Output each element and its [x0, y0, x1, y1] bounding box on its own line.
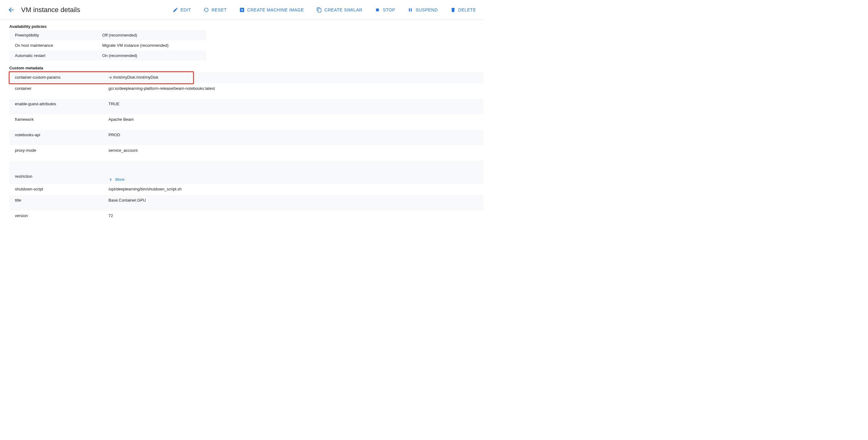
- policy-row-automatic-restart: Automatic restart On (recommended): [9, 50, 207, 61]
- metadata-value: Apache Beam: [108, 117, 484, 122]
- suspend-button[interactable]: SUSPEND: [407, 7, 438, 13]
- policy-value: Off (recommended): [102, 33, 207, 37]
- policy-key: Automatic restart: [9, 53, 102, 58]
- metadata-row-container-custom-params: container-custom-params -v /mnt/myDisk:/…: [9, 72, 484, 83]
- copy-icon: [316, 7, 322, 13]
- metadata-value: -v /mnt/myDisk:/mnt/myDisk: [108, 75, 484, 79]
- metadata-row-container: container gcr.io/deeplearning-platform-r…: [9, 83, 484, 99]
- policy-row-on-host-maintenance: On host maintenance Migrate VM instance …: [9, 40, 207, 50]
- reset-button[interactable]: RESET: [203, 7, 226, 13]
- policy-key: Preemptibility: [9, 33, 102, 37]
- metadata-value: TRUE: [108, 102, 484, 106]
- metadata-key: shutdown-script: [9, 187, 108, 191]
- metadata-key: title: [9, 198, 108, 203]
- policy-value: On (recommended): [102, 53, 207, 58]
- more-link[interactable]: More: [108, 177, 484, 182]
- metadata-value: /opt/deeplearning/bin/shutdown_script.sh: [108, 187, 484, 191]
- metadata-row-framework: framework Apache Beam: [9, 114, 484, 130]
- metadata-key: container: [9, 86, 108, 91]
- metadata-value: 72: [108, 213, 484, 218]
- action-bar: EDIT RESET CREATE MACHINE IMAGE CREATE S…: [173, 7, 476, 13]
- metadata-key: proxy-mode: [9, 148, 108, 153]
- metadata-key: container-custom-params: [9, 75, 108, 79]
- metadata-key: restriction: [9, 164, 108, 182]
- reset-icon: [203, 7, 209, 13]
- metadata-row-shutdown-script: shutdown-script /opt/deeplearning/bin/sh…: [9, 184, 484, 195]
- custom-metadata-table: container-custom-params -v /mnt/myDisk:/…: [9, 72, 484, 222]
- suspend-label: SUSPEND: [415, 7, 438, 12]
- metadata-key: notebooks-api: [9, 133, 108, 137]
- metadata-value: service_account: [108, 148, 484, 153]
- delete-label: DELETE: [458, 7, 476, 12]
- pencil-icon: [173, 7, 178, 13]
- metadata-key: framework: [9, 117, 108, 122]
- metadata-row-proxy-mode: proxy-mode service_account: [9, 145, 484, 161]
- pause-icon: [407, 7, 413, 13]
- page-title: VM instance details: [21, 6, 80, 14]
- metadata-row-restriction: restriction More: [9, 161, 484, 184]
- availability-policies-heading: Availability policies: [9, 24, 484, 29]
- create-machine-image-button[interactable]: CREATE MACHINE IMAGE: [239, 7, 304, 13]
- expand-icon: [108, 177, 113, 182]
- metadata-value: PROD: [108, 133, 484, 137]
- content: Availability policies Preemptibility Off…: [0, 20, 484, 222]
- create-similar-button[interactable]: CREATE SIMILAR: [316, 7, 363, 13]
- back-button[interactable]: [7, 6, 15, 13]
- stop-button[interactable]: STOP: [375, 7, 395, 13]
- metadata-row-version: version 72: [9, 210, 484, 222]
- more-label: More: [115, 177, 125, 182]
- metadata-key: version: [9, 213, 108, 218]
- policy-key: On host maintenance: [9, 43, 102, 48]
- create-similar-label: CREATE SIMILAR: [324, 7, 363, 12]
- reset-label: RESET: [211, 7, 226, 12]
- delete-button[interactable]: DELETE: [450, 7, 476, 13]
- custom-metadata-heading: Custom metadata: [9, 66, 484, 70]
- metadata-value: Base.Container.GPU: [108, 198, 484, 203]
- edit-label: EDIT: [181, 7, 191, 12]
- metadata-row-title: title Base.Container.GPU: [9, 195, 484, 210]
- metadata-key: enable-guest-attributes: [9, 102, 108, 106]
- metadata-value: gcr.io/deeplearning-platform-release/bea…: [108, 86, 484, 91]
- policy-value: Migrate VM instance (recommended): [102, 43, 207, 48]
- arrow-left-icon: [7, 6, 15, 13]
- policy-row-preemptibility: Preemptibility Off (recommended): [9, 30, 207, 40]
- plus-box-icon: [239, 7, 245, 13]
- metadata-row-notebooks-api: notebooks-api PROD: [9, 130, 484, 145]
- page-header: VM instance details EDIT RESET CREATE MA…: [0, 0, 484, 20]
- availability-policies-table: Preemptibility Off (recommended) On host…: [9, 30, 207, 61]
- edit-button[interactable]: EDIT: [173, 7, 191, 13]
- create-machine-image-label: CREATE MACHINE IMAGE: [247, 7, 304, 12]
- trash-icon: [450, 7, 456, 13]
- stop-label: STOP: [383, 7, 395, 12]
- stop-icon: [375, 7, 380, 13]
- metadata-row-enable-guest-attributes: enable-guest-attributes TRUE: [9, 99, 484, 114]
